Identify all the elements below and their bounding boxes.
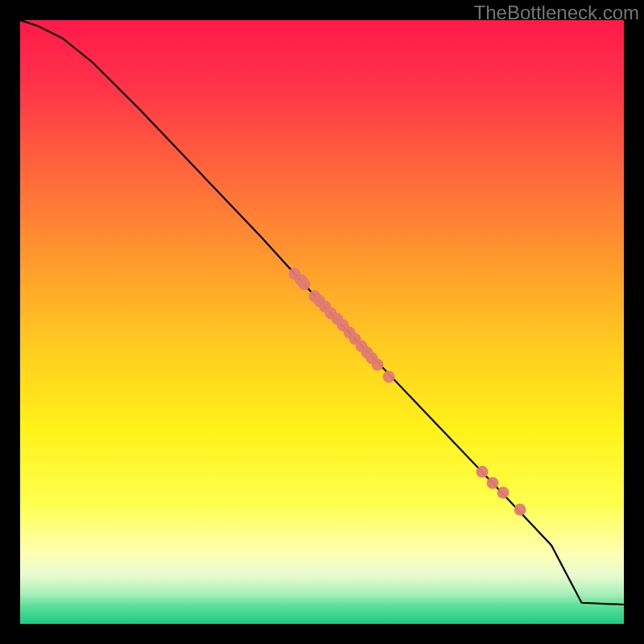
data-point (298, 278, 310, 290)
data-point (514, 503, 526, 515)
data-point (476, 466, 488, 478)
data-point (382, 370, 394, 382)
data-point (372, 358, 384, 370)
data-point (487, 477, 499, 489)
watermark-text: TheBottleneck.com (474, 2, 639, 24)
data-point (497, 487, 510, 499)
svg-rect-0 (20, 20, 624, 624)
plot-area (20, 20, 624, 624)
background-gradient (20, 20, 624, 624)
